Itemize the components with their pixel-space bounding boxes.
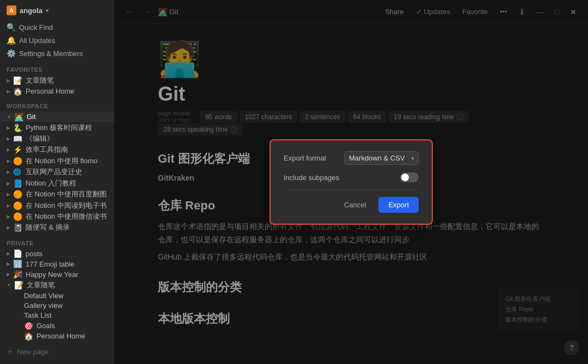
gallery-view-label: Gallery view: [24, 301, 63, 310]
personal-home-icon: 🏠: [24, 332, 34, 341]
ebook-label: 在 Notion 中阅读到电子书: [26, 201, 107, 211]
baidu-label: 在 Notion 中使用百度翻图: [26, 189, 107, 199]
default-view-label: Default View: [24, 292, 64, 300]
sidebar-item-posts[interactable]: ▶ 📄 posts: [0, 249, 114, 259]
triangle-posts: ▶: [7, 251, 10, 256]
triangle-hny: ▶: [7, 272, 10, 277]
triangle-xiaolv: ▶: [7, 147, 10, 152]
sidebar-item-git[interactable]: ▼ 🧑‍💻 Git: [0, 112, 114, 122]
sidebar-item-suibianxie[interactable]: ▶ 📓 随便写 & 摘录: [0, 222, 114, 233]
export-format-label: Export format: [284, 154, 326, 162]
triangle-wz2: ▼: [7, 282, 11, 288]
ebook-icon: 🟠: [13, 201, 23, 210]
bell-icon: 🔔: [7, 36, 16, 45]
plus-icon: ＋: [7, 347, 14, 356]
export-format-select[interactable]: Markdown & CSV HTML PDF: [344, 151, 419, 165]
sidebar-item-python[interactable]: ▶ 🐍 Python 极客时间课程: [0, 122, 114, 133]
wen-zhang-fav-label: 文章随笔: [26, 76, 54, 85]
sidebar-item-wen-zhang-fav[interactable]: ▶ 📝 文章随笔: [0, 75, 114, 86]
sidebar-item-hulianwang[interactable]: ▶ 🌐 互联网产品变迁史: [0, 166, 114, 177]
git-label: Git: [27, 113, 36, 121]
triangle-baidu: ▶: [7, 192, 10, 197]
sidebar-item-wen-zhang2[interactable]: ▼ 📝 文章随笔: [0, 280, 114, 291]
personal-home-fav-label: Personal Home: [26, 87, 75, 95]
sidebar-item-default-view[interactable]: Default View: [0, 291, 114, 300]
personal-home-fav-icon: 🏠: [13, 87, 23, 96]
sidebar-item-quick-find[interactable]: 🔍 Quick Find: [0, 21, 114, 34]
flomo-icon: 🟠: [13, 157, 23, 165]
new-page-button[interactable]: ＋ New page: [0, 343, 114, 360]
hulianwang-icon: 🌐: [13, 168, 23, 176]
workspace-section-label: WORKSPACE: [0, 96, 114, 112]
sidebar-item-bianliang[interactable]: ▶ 📖 《编辑》: [0, 133, 114, 144]
cancel-button[interactable]: Cancel: [336, 197, 374, 213]
sidebar-item-flomo[interactable]: ▶ 🟠 在 Notion 中使用 flomo: [0, 156, 114, 166]
sidebar-item-all-updates[interactable]: 🔔 All Updates: [0, 34, 114, 47]
bianliang-label: 《编辑》: [26, 134, 54, 144]
sidebar-item-personal-home[interactable]: 🏠 Personal Home: [0, 331, 114, 341]
sidebar-item-gallery-view[interactable]: Gallery view: [0, 300, 114, 310]
personal-home-label: Personal Home: [36, 332, 85, 340]
include-subpages-row: Include subpages: [284, 172, 419, 182]
modal-divider: [284, 190, 419, 190]
triangle-python: ▶: [7, 125, 10, 131]
weixin-label: 在 Notion 中使用微信读书: [26, 212, 107, 221]
emoji-table-label: 177 Emoji table: [26, 260, 75, 268]
xiaolv-label: 效率工具指南: [26, 145, 68, 155]
triangle-bianliang: ▶: [7, 136, 10, 141]
sidebar-item-task-list[interactable]: Task List: [0, 311, 114, 320]
notion-icon: 📘: [13, 179, 23, 188]
export-format-row: Export format Markdown & CSV HTML PDF: [284, 151, 419, 165]
hny-icon: 🎉: [13, 270, 23, 279]
new-page-label: New page: [17, 348, 49, 356]
goals-label: Goals: [36, 322, 55, 330]
flomo-label: 在 Notion 中使用 flomo: [26, 156, 97, 166]
notion-label: Notion 入门教程: [26, 178, 76, 188]
task-list-label: Task List: [24, 311, 52, 319]
triangle-flomo: ▶: [7, 158, 10, 164]
git-icon: 🧑‍💻: [14, 113, 24, 121]
hny-label: Happy New Year: [26, 270, 78, 279]
sidebar-item-goals[interactable]: 🎯 Goals: [0, 320, 114, 331]
sidebar-item-ebook[interactable]: ▶ 🟠 在 Notion 中阅读到电子书: [0, 200, 114, 211]
suibianxie-icon: 📓: [13, 223, 23, 232]
triangle-suibianxie: ▶: [7, 225, 10, 230]
posts-icon: 📄: [13, 249, 23, 258]
triangle-weixin: ▶: [7, 214, 10, 219]
suibianxie-label: 随便写 & 摘录: [26, 223, 70, 232]
triangle-notion: ▶: [7, 181, 10, 186]
include-subpages-label: Include subpages: [284, 174, 339, 182]
all-updates-label: All Updates: [19, 36, 55, 45]
modal-overlay: Export format Markdown & CSV HTML PDF In…: [114, 0, 588, 364]
workspace-name: angola: [20, 7, 42, 15]
sidebar: A angola ▾ 🔍 Quick Find 🔔 All Updates ⚙️…: [0, 0, 114, 364]
triangle-ebook: ▶: [7, 203, 10, 208]
include-subpages-toggle[interactable]: [400, 172, 419, 182]
sidebar-item-baidu[interactable]: ▶ 🟠 在 Notion 中使用百度翻图: [0, 189, 114, 200]
python-icon: 🐍: [13, 124, 23, 132]
wz2-label: 文章随笔: [27, 280, 55, 290]
search-icon: 🔍: [7, 23, 16, 32]
sidebar-item-emoji-table[interactable]: ▶ 🔢 177 Emoji table: [0, 259, 114, 269]
workspace-header[interactable]: A angola ▾: [0, 0, 114, 21]
sidebar-item-xiaolv[interactable]: ▶ ⚡ 效率工具指南: [0, 144, 114, 155]
sidebar-item-happy-new-year[interactable]: ▶ 🎉 Happy New Year: [0, 269, 114, 280]
triangle-git: ▼: [7, 114, 11, 120]
main-content: ← → 🧑‍💻 Git Share ✓ Updates Favorite •••…: [114, 0, 588, 364]
quick-find-label: Quick Find: [19, 23, 53, 32]
emoji-table-icon: 🔢: [13, 260, 23, 268]
weixin-icon: 🟠: [13, 212, 23, 221]
export-format-select-wrapper[interactable]: Markdown & CSV HTML PDF: [344, 151, 419, 165]
sidebar-item-notion-intro[interactable]: ▶ 📘 Notion 入门教程: [0, 178, 114, 189]
sidebar-item-personal-home-fav[interactable]: ▶ 🏠 Personal Home: [0, 86, 114, 96]
triangle-emoji: ▶: [7, 261, 10, 267]
xiaolv-icon: ⚡: [13, 145, 23, 154]
sidebar-item-settings[interactable]: ⚙️ Settings & Members: [0, 47, 114, 60]
toggle-knob: [401, 174, 409, 181]
export-modal: Export format Markdown & CSV HTML PDF In…: [270, 139, 433, 225]
settings-label: Settings & Members: [19, 50, 83, 58]
triangle-icon-2: ▶: [7, 89, 10, 94]
sidebar-item-weixin[interactable]: ▶ 🟠 在 Notion 中使用微信读书: [0, 211, 114, 222]
workspace-avatar: A: [7, 5, 16, 15]
export-button[interactable]: Export: [378, 197, 419, 213]
